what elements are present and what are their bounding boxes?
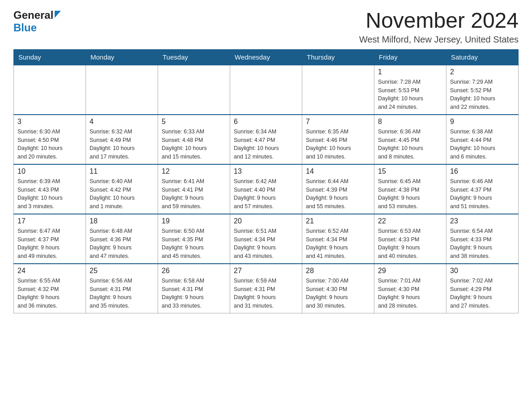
calendar-cell: 29Sunrise: 7:01 AMSunset: 4:30 PMDayligh… (374, 264, 446, 313)
day-number: 12 (162, 167, 226, 176)
day-number: 29 (378, 267, 442, 275)
calendar-cell: 5Sunrise: 6:33 AMSunset: 4:48 PMDaylight… (158, 115, 230, 164)
day-number: 1 (378, 68, 442, 76)
day-info: Sunrise: 6:33 AMSunset: 4:48 PMDaylight:… (162, 128, 226, 161)
day-number: 9 (450, 118, 515, 126)
day-number: 4 (90, 118, 154, 126)
day-number: 28 (306, 267, 370, 275)
location-subtitle: West Milford, New Jersey, United States (359, 34, 519, 45)
weekday-header-monday: Monday (86, 49, 158, 65)
day-info: Sunrise: 6:36 AMSunset: 4:45 PMDaylight:… (378, 128, 442, 161)
calendar-cell: 23Sunrise: 6:54 AMSunset: 4:33 PMDayligh… (446, 214, 519, 264)
logo: General Blue (13, 9, 61, 34)
day-number: 2 (450, 68, 515, 76)
day-info: Sunrise: 7:02 AMSunset: 4:29 PMDaylight:… (450, 277, 515, 310)
weekday-header-sunday: Sunday (14, 49, 86, 65)
day-info: Sunrise: 6:45 AMSunset: 4:38 PMDaylight:… (378, 177, 442, 211)
calendar-cell: 1Sunrise: 7:28 AMSunset: 5:53 PMDaylight… (374, 65, 446, 115)
day-info: Sunrise: 6:42 AMSunset: 4:40 PMDaylight:… (234, 177, 298, 211)
calendar-header-row: SundayMondayTuesdayWednesdayThursdayFrid… (14, 49, 519, 65)
calendar-cell: 12Sunrise: 6:41 AMSunset: 4:41 PMDayligh… (158, 164, 230, 214)
day-info: Sunrise: 7:28 AMSunset: 5:53 PMDaylight:… (378, 78, 442, 111)
day-number: 15 (378, 167, 442, 176)
calendar-cell: 15Sunrise: 6:45 AMSunset: 4:38 PMDayligh… (374, 164, 446, 214)
day-info: Sunrise: 6:53 AMSunset: 4:33 PMDaylight:… (378, 227, 442, 261)
day-number: 17 (17, 217, 82, 225)
day-number: 21 (306, 217, 370, 225)
calendar-cell: 22Sunrise: 6:53 AMSunset: 4:33 PMDayligh… (374, 214, 446, 264)
day-number: 6 (234, 118, 298, 126)
title-area: November 2024 West Milford, New Jersey, … (359, 9, 519, 45)
day-number: 27 (234, 267, 298, 275)
calendar-cell: 24Sunrise: 6:55 AMSunset: 4:32 PMDayligh… (14, 264, 86, 313)
day-info: Sunrise: 6:56 AMSunset: 4:31 PMDaylight:… (90, 277, 154, 310)
calendar-table: SundayMondayTuesdayWednesdayThursdayFrid… (13, 49, 519, 313)
day-info: Sunrise: 7:00 AMSunset: 4:30 PMDaylight:… (306, 277, 370, 310)
weekday-header-tuesday: Tuesday (158, 49, 230, 65)
day-info: Sunrise: 6:51 AMSunset: 4:34 PMDaylight:… (234, 227, 298, 261)
day-number: 10 (17, 167, 82, 176)
day-info: Sunrise: 7:01 AMSunset: 4:30 PMDaylight:… (378, 277, 442, 310)
day-info: Sunrise: 6:38 AMSunset: 4:44 PMDaylight:… (450, 128, 515, 161)
weekday-header-wednesday: Wednesday (230, 49, 302, 65)
day-info: Sunrise: 6:48 AMSunset: 4:36 PMDaylight:… (90, 227, 154, 261)
day-number: 7 (306, 118, 370, 126)
calendar-cell: 19Sunrise: 6:50 AMSunset: 4:35 PMDayligh… (158, 214, 230, 264)
calendar-cell: 25Sunrise: 6:56 AMSunset: 4:31 PMDayligh… (86, 264, 158, 313)
calendar-week-row: 17Sunrise: 6:47 AMSunset: 4:37 PMDayligh… (14, 214, 519, 264)
day-info: Sunrise: 6:59 AMSunset: 4:31 PMDaylight:… (234, 277, 298, 310)
calendar-cell: 26Sunrise: 6:58 AMSunset: 4:31 PMDayligh… (158, 264, 230, 313)
day-number: 14 (306, 167, 370, 176)
calendar-week-row: 3Sunrise: 6:30 AMSunset: 4:50 PMDaylight… (14, 115, 519, 164)
calendar-cell: 8Sunrise: 6:36 AMSunset: 4:45 PMDaylight… (374, 115, 446, 164)
day-number: 26 (162, 267, 226, 275)
calendar-cell: 20Sunrise: 6:51 AMSunset: 4:34 PMDayligh… (230, 214, 302, 264)
day-number: 8 (378, 118, 442, 126)
day-info: Sunrise: 6:58 AMSunset: 4:31 PMDaylight:… (162, 277, 226, 310)
calendar-week-row: 24Sunrise: 6:55 AMSunset: 4:32 PMDayligh… (14, 264, 519, 313)
calendar-cell: 9Sunrise: 6:38 AMSunset: 4:44 PMDaylight… (446, 115, 519, 164)
weekday-header-saturday: Saturday (446, 49, 519, 65)
day-info: Sunrise: 6:35 AMSunset: 4:46 PMDaylight:… (306, 128, 370, 161)
day-number: 16 (450, 167, 515, 176)
day-number: 25 (90, 267, 154, 275)
day-number: 3 (17, 118, 82, 126)
day-number: 5 (162, 118, 226, 126)
calendar-cell (302, 65, 374, 115)
calendar-cell: 14Sunrise: 6:44 AMSunset: 4:39 PMDayligh… (302, 164, 374, 214)
day-number: 13 (234, 167, 298, 176)
day-info: Sunrise: 6:46 AMSunset: 4:37 PMDaylight:… (450, 177, 515, 211)
calendar-cell: 4Sunrise: 6:32 AMSunset: 4:49 PMDaylight… (86, 115, 158, 164)
svg-marker-0 (55, 11, 61, 18)
calendar-cell: 10Sunrise: 6:39 AMSunset: 4:43 PMDayligh… (14, 164, 86, 214)
calendar-cell: 18Sunrise: 6:48 AMSunset: 4:36 PMDayligh… (86, 214, 158, 264)
calendar-cell: 11Sunrise: 6:40 AMSunset: 4:42 PMDayligh… (86, 164, 158, 214)
day-info: Sunrise: 6:39 AMSunset: 4:43 PMDaylight:… (17, 177, 82, 211)
calendar-cell (158, 65, 230, 115)
calendar-cell: 3Sunrise: 6:30 AMSunset: 4:50 PMDaylight… (14, 115, 86, 164)
day-info: Sunrise: 7:29 AMSunset: 5:52 PMDaylight:… (450, 78, 515, 111)
logo-blue-text: Blue (13, 21, 37, 34)
weekday-header-thursday: Thursday (302, 49, 374, 65)
day-info: Sunrise: 6:47 AMSunset: 4:37 PMDaylight:… (17, 227, 82, 261)
day-info: Sunrise: 6:54 AMSunset: 4:33 PMDaylight:… (450, 227, 515, 261)
day-info: Sunrise: 6:50 AMSunset: 4:35 PMDaylight:… (162, 227, 226, 261)
calendar-cell: 2Sunrise: 7:29 AMSunset: 5:52 PMDaylight… (446, 65, 519, 115)
calendar-cell: 30Sunrise: 7:02 AMSunset: 4:29 PMDayligh… (446, 264, 519, 313)
calendar-cell: 7Sunrise: 6:35 AMSunset: 4:46 PMDaylight… (302, 115, 374, 164)
logo-general-text: General (13, 9, 53, 21)
calendar-cell: 6Sunrise: 6:34 AMSunset: 4:47 PMDaylight… (230, 115, 302, 164)
day-info: Sunrise: 6:32 AMSunset: 4:49 PMDaylight:… (90, 128, 154, 161)
calendar-week-row: 10Sunrise: 6:39 AMSunset: 4:43 PMDayligh… (14, 164, 519, 214)
calendar-cell (14, 65, 86, 115)
day-number: 24 (17, 267, 82, 275)
day-number: 19 (162, 217, 226, 225)
day-number: 20 (234, 217, 298, 225)
day-number: 11 (90, 167, 154, 176)
day-number: 23 (450, 217, 515, 225)
day-info: Sunrise: 6:40 AMSunset: 4:42 PMDaylight:… (90, 177, 154, 211)
day-info: Sunrise: 6:34 AMSunset: 4:47 PMDaylight:… (234, 128, 298, 161)
calendar-cell: 21Sunrise: 6:52 AMSunset: 4:34 PMDayligh… (302, 214, 374, 264)
weekday-header-friday: Friday (374, 49, 446, 65)
day-info: Sunrise: 6:44 AMSunset: 4:39 PMDaylight:… (306, 177, 370, 211)
